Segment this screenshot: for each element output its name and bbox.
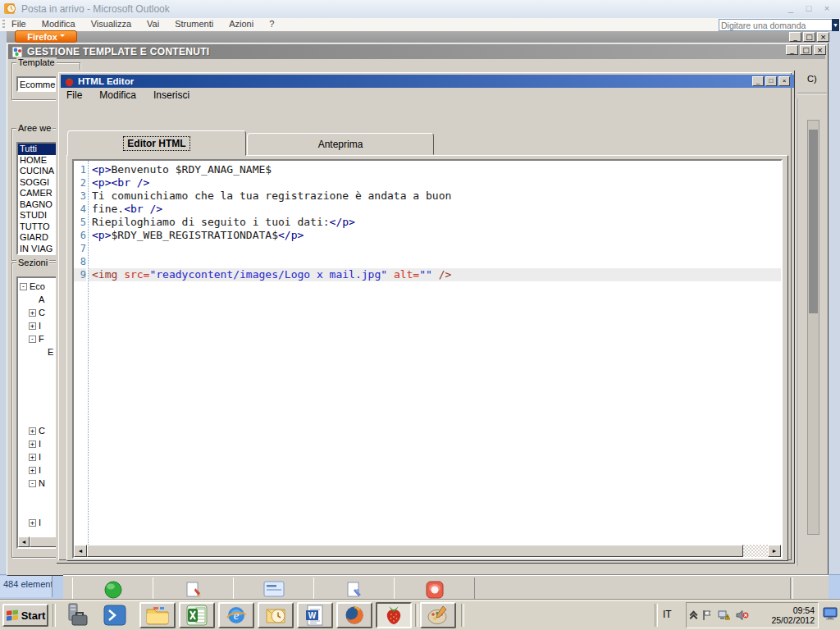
toolbar-button-form[interactable] bbox=[233, 578, 314, 600]
start-button[interactable]: Start bbox=[2, 604, 48, 627]
outlook-right-edge bbox=[829, 31, 840, 576]
tree-expand-icon[interactable]: - bbox=[29, 336, 36, 343]
outlook-menu-item[interactable]: File bbox=[11, 19, 26, 29]
firefox-minimize-icon[interactable]: _ bbox=[789, 32, 801, 42]
outlook-window-title: Posta in arrivo - Microsoft Outlook bbox=[21, 3, 170, 15]
firefox-icon bbox=[344, 605, 365, 626]
network-warning-icon[interactable]: ! bbox=[718, 609, 731, 621]
clock-date: 25/02/2012 bbox=[771, 615, 815, 625]
taskbar-button-strawberry-editor[interactable] bbox=[376, 602, 412, 628]
tree-expand-icon[interactable]: - bbox=[29, 480, 36, 487]
tree-node-label: C bbox=[39, 426, 45, 436]
editor-menu-item[interactable]: Inserisci bbox=[153, 89, 189, 101]
powershell-icon bbox=[103, 605, 126, 626]
tree-expand-icon[interactable]: + bbox=[29, 322, 36, 330]
stop-red-icon bbox=[425, 580, 445, 600]
globe-green-icon bbox=[103, 580, 123, 600]
code-line: Riepiloghiamo di seguito i tuoi dati:</p… bbox=[89, 216, 781, 229]
outlook-close-icon[interactable]: × bbox=[820, 2, 833, 15]
tree-expand-icon[interactable]: + bbox=[29, 309, 36, 317]
outlook-menu-item[interactable]: Vai bbox=[147, 19, 159, 29]
taskbar-button-internet-explorer[interactable]: e bbox=[218, 602, 254, 628]
editor-close-icon[interactable]: × bbox=[778, 76, 790, 86]
gestione-titlebar: GESTIONE TEMPLATE E CONTENUTI bbox=[8, 44, 825, 59]
quicklaunch-toolbox[interactable] bbox=[64, 603, 90, 628]
scroll-left-icon[interactable]: ◄ bbox=[74, 545, 87, 557]
editor-scroll-track[interactable] bbox=[743, 545, 768, 557]
gestione-minimize-icon[interactable]: _ bbox=[786, 45, 798, 55]
gestione-close-icon[interactable]: × bbox=[814, 45, 826, 55]
document-copy-icon bbox=[345, 580, 364, 600]
search-dropdown-icon[interactable]: ▼ bbox=[832, 19, 839, 31]
scroll-left-icon[interactable]: ◄ bbox=[18, 536, 30, 547]
flag-icon[interactable] bbox=[701, 609, 713, 621]
template-group-label: Template bbox=[16, 57, 57, 67]
outlook-maximize-icon[interactable]: □ bbox=[802, 2, 815, 15]
tree-expand-icon[interactable]: + bbox=[29, 519, 36, 527]
editor-minimize-icon[interactable]: _ bbox=[752, 76, 764, 86]
outlook-menu-item[interactable]: Strumenti bbox=[175, 19, 213, 29]
editor-hscrollbar[interactable]: ◄ ► bbox=[74, 545, 781, 557]
menubar-grip[interactable] bbox=[2, 20, 5, 30]
taskbar: Start bbox=[0, 599, 840, 630]
language-indicator[interactable]: IT bbox=[663, 609, 672, 620]
tree-expand-icon[interactable]: + bbox=[29, 467, 36, 474]
taskbar-button-firefox[interactable] bbox=[336, 602, 372, 628]
toolbar-button-edit-document[interactable] bbox=[153, 578, 234, 600]
firefox-maximize-icon[interactable]: □ bbox=[803, 32, 815, 42]
editor-titlebar: HTML Editor _ □ × bbox=[61, 75, 794, 88]
clock[interactable]: 09:54 25/02/2012 bbox=[771, 605, 815, 625]
tree-expand-icon[interactable]: - bbox=[20, 283, 27, 290]
outlook-menu: FileModificaVisualizzaVaiStrumentiAzioni… bbox=[11, 19, 274, 29]
word-icon: W bbox=[305, 605, 325, 626]
code-lines[interactable]: <p>Benvenuto $RDY_ANAG_NAME$<p><br />Ti … bbox=[89, 161, 781, 545]
editor-scroll-thumb[interactable] bbox=[87, 545, 743, 557]
editor-menu-item[interactable]: Modifica bbox=[99, 89, 136, 101]
editor-menubar: FileModificaInserisci bbox=[61, 88, 794, 103]
toolbar-separator bbox=[790, 578, 793, 600]
outlook-minimize-icon[interactable]: _ bbox=[784, 2, 797, 15]
taskbar-button-excel[interactable] bbox=[179, 602, 215, 628]
tree-expand-icon[interactable]: + bbox=[29, 441, 36, 448]
tab-anteprima-label: Anteprima bbox=[318, 139, 363, 150]
tree-node-label: F bbox=[39, 334, 44, 344]
firefox-titlebar bbox=[7, 31, 829, 43]
aree-group-label: Aree we bbox=[16, 123, 52, 133]
editor-menu-item[interactable]: File bbox=[66, 89, 82, 101]
firefox-close-icon[interactable]: × bbox=[817, 32, 829, 42]
show-desktop-icon[interactable] bbox=[823, 607, 838, 620]
outlook-menu-item[interactable]: Visualizza bbox=[91, 19, 131, 29]
outlook-menu-item[interactable]: Azioni bbox=[229, 19, 253, 29]
editor-maximize-icon[interactable]: □ bbox=[765, 76, 777, 86]
chevron-up-icon[interactable] bbox=[690, 612, 696, 619]
taskbar-separator bbox=[461, 604, 464, 627]
outlook-menu-item[interactable]: Modifica bbox=[42, 19, 75, 29]
taskbar-button-word[interactable]: W bbox=[297, 602, 333, 628]
panel-edge-horizontal bbox=[797, 93, 827, 94]
tree-expand-icon[interactable]: + bbox=[29, 427, 36, 435]
toolbar-button-globe[interactable] bbox=[72, 578, 153, 600]
background-scrollbar-thumb[interactable] bbox=[809, 130, 818, 313]
tree-expand-icon[interactable]: + bbox=[29, 454, 36, 461]
gestione-maximize-icon[interactable]: □ bbox=[800, 45, 812, 55]
firefox-menu-button[interactable]: Firefox bbox=[15, 30, 77, 43]
outlook-menu-item[interactable]: ? bbox=[269, 19, 274, 29]
tree-node-label: C bbox=[39, 308, 45, 317]
toolbar-button-stop[interactable] bbox=[394, 578, 475, 600]
tab-editor-html[interactable]: Editor HTML bbox=[67, 130, 246, 156]
taskbar-button-folder[interactable] bbox=[139, 602, 176, 628]
tab-anteprima[interactable]: Anteprima bbox=[247, 133, 434, 155]
scroll-right-icon[interactable]: ► bbox=[768, 545, 781, 557]
taskbar-button-paint[interactable] bbox=[420, 602, 456, 628]
html-editor-window: HTML Editor _ □ × FileModificaInserisci … bbox=[56, 70, 794, 563]
taskbar-button-outlook[interactable] bbox=[258, 602, 294, 628]
tree-node-label: I bbox=[39, 452, 41, 462]
volume-muted-icon[interactable] bbox=[736, 609, 749, 621]
toolbar-button-document-copy[interactable] bbox=[313, 578, 395, 600]
editor-window-controls: _ □ × bbox=[752, 76, 790, 86]
quicklaunch-powershell[interactable] bbox=[103, 605, 126, 626]
ask-question-input[interactable] bbox=[719, 19, 835, 31]
code-line: Ti comunichiamo che la tua registrazione… bbox=[89, 189, 781, 203]
code-editor[interactable]: 123456789 <p>Benvenuto $RDY_ANAG_NAME$<p… bbox=[72, 159, 783, 559]
code-area[interactable]: 123456789 <p>Benvenuto $RDY_ANAG_NAME$<p… bbox=[74, 161, 781, 545]
